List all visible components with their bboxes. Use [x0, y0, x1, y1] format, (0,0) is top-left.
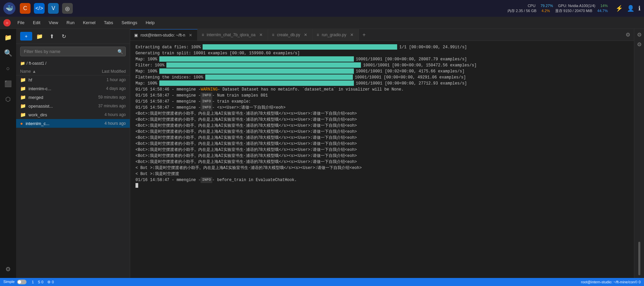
tab-bar: ▣ root@intern-studio: ~/ft-n ✕ ≡ internl…	[130, 29, 634, 41]
menu-settings[interactable]: Settings	[118, 19, 141, 26]
terminal-text: - before_train in EvaluateChatHook.	[212, 177, 297, 183]
status-left: Simple 1 S 0 ⚙ 0	[3, 280, 54, 284]
activity-files[interactable]: 📁	[2, 32, 14, 44]
right-panel: ⚙ ⚙	[634, 29, 644, 278]
col-name-header[interactable]: Name ▲	[20, 69, 82, 74]
user-icon[interactable]: 👤	[627, 5, 634, 12]
tab-add-button[interactable]: +	[359, 29, 370, 41]
menu-file[interactable]: File	[14, 19, 28, 26]
list-item[interactable]: ● internlm_c... 4 hours ago	[16, 119, 130, 128]
status-mode[interactable]: Simple	[3, 280, 28, 284]
list-item[interactable]: 📁 merged 59 minutes ago	[16, 93, 130, 102]
terminal-text: <Bot>:我是时空摆渡者的小助手。内在是上海AI实验室书生·浦语的7B大模型哦…	[136, 129, 357, 135]
warning-label: WARNING	[201, 87, 217, 93]
new-button[interactable]: +	[20, 32, 32, 41]
tab-terminal[interactable]: ▣ root@intern-studio: ~/ft-n ✕	[130, 29, 198, 41]
terminal-line: 01/16 14:58:47 - mmengine - INFO - <s><U…	[136, 105, 629, 111]
right-settings-icon[interactable]: ⚙	[637, 32, 642, 38]
status-server[interactable]: S 0	[38, 280, 44, 284]
terminal-line: Map: 100% 10001/10001 [00:00<00:00, 2771…	[136, 80, 629, 87]
tab-close-terminal[interactable]: ✕	[188, 33, 193, 38]
code-icon[interactable]: V	[48, 3, 59, 14]
tab-close-createdb[interactable]: ✕	[303, 32, 308, 38]
info-icon[interactable]: ℹ	[638, 5, 641, 12]
menu-view[interactable]: View	[45, 19, 61, 26]
tab-close-notebook1[interactable]: ✕	[258, 32, 264, 38]
menu-kernel[interactable]: Kernel	[79, 19, 99, 26]
search-input[interactable]	[20, 47, 126, 56]
terminal-text: <Bot>:我是时空摆渡者的小助手。内在是上海AI实验室书生·浦语的7B大模型哦…	[136, 117, 357, 123]
terminal-text: <Bot>:我是时空摆渡者的小助手。内在是上海AI实验室书生·浦语的7B大模型哦…	[136, 111, 357, 117]
compass-icon[interactable]: ◎	[62, 3, 73, 14]
col-modified-header[interactable]: Last Modified	[82, 69, 126, 74]
file-name: internlm-c...	[29, 86, 82, 91]
main-area: 📁 🔍 ○ ⬛ ⬡ ⚙ + 📁 ⬆ ↻ 🔍 📁 / ft-oasst1 /	[0, 29, 644, 278]
activity-settings-bottom[interactable]: ⚙	[2, 263, 14, 275]
terminal-text: < Bot >:我是时空摆渡者的小助手。内在是上海AI实验室书生·浦语的7B大模…	[136, 165, 362, 171]
terminal-cursor	[136, 183, 138, 188]
status-toggle[interactable]	[17, 280, 26, 284]
status-extension[interactable]: ⚙ 0	[47, 280, 54, 284]
list-item[interactable]: 📁 openassist... 37 minutes ago	[16, 102, 130, 110]
tab-notebook1[interactable]: ≡ internlm_chat_7b_qlora_oa ✕	[198, 29, 268, 41]
breadcrumb: 📁 / ft-oasst1 /	[16, 59, 130, 68]
list-item[interactable]: 📁 work_dirs 4 hours ago	[16, 110, 130, 119]
search-icon: 🔍	[117, 49, 123, 54]
terminal-text: 10001/10001 [00:02<00:00, 4175.66 exampl…	[356, 68, 465, 74]
file-modified: 1 hour ago	[82, 77, 126, 82]
terminal-text: 10001/10001 [00:00<00:00, 27712.93 examp…	[356, 80, 467, 87]
info-badge: INFO	[201, 93, 212, 99]
vram-label: 显存 9150 / 20470 MiB	[555, 8, 592, 13]
terminal-line: <Bot>:我是时空摆渡者的小助手。内在是上海AI实验室书生·浦语的7B大模型哦…	[136, 159, 629, 165]
activity-debug[interactable]: ⬛	[2, 78, 14, 90]
list-item[interactable]: 📁 internlm-c... 4 days ago	[16, 84, 130, 93]
activity-git[interactable]: ○	[2, 62, 14, 74]
menu-help[interactable]: Help	[142, 19, 158, 26]
terminal-text: Extracting data files: 100%	[136, 44, 201, 50]
file-name: internlm_c...	[25, 121, 82, 126]
status-line[interactable]: 1	[32, 280, 34, 284]
folder-icon: 📁	[20, 95, 26, 100]
terminal-text: <Bot>:我是时空摆渡者的小助手。内在是上海AI实验室书生·浦语的7B大模型哦…	[136, 147, 357, 153]
terminal-line: Flattening the indices: 100% 10001/10001…	[136, 74, 629, 80]
tab-createdb[interactable]: ≡ create_db.py ✕	[268, 29, 313, 41]
terminal-output[interactable]: Extracting data files: 100% 1/1 [00:00<0…	[130, 41, 634, 278]
file-modified: 4 hours ago	[82, 112, 126, 117]
activity-search[interactable]: 🔍	[2, 47, 14, 59]
tab-rungradio[interactable]: ≡ run_gradio.py ✕	[313, 29, 359, 41]
status-line-num: 1	[32, 280, 34, 284]
folder-icon: 📁	[20, 61, 25, 66]
menu-run[interactable]: Run	[63, 19, 78, 26]
menu-edit[interactable]: Edit	[30, 19, 44, 26]
file-modified: 37 minutes ago	[82, 104, 126, 108]
scrollbar-thumb[interactable]	[638, 242, 640, 275]
activity-extensions[interactable]: ⬡	[2, 93, 14, 105]
breadcrumb-path: / ft-oasst1 /	[26, 61, 46, 66]
terminal-text: 01/16 14:58:47 - mmengine -	[136, 177, 201, 183]
terminal-line: <Bot>:我是时空摆渡者的小助手。内在是上海AI实验室书生·浦语的7B大模型哦…	[136, 147, 629, 153]
tf-icon[interactable]: ⚡	[615, 5, 623, 12]
terminal-text: Map: 100%	[136, 80, 157, 87]
editor-settings-icon[interactable]: ⚙	[622, 29, 634, 41]
list-item[interactable]: 📁 hf 1 hour ago	[16, 75, 130, 84]
terminal-line: <Bot>:我是时空摆渡者的小助手。内在是上海AI实验室书生·浦语的7B大模型哦…	[136, 129, 629, 135]
new-folder-button[interactable]: 📁	[35, 32, 44, 41]
tab-label: root@intern-studio: ~/ft-n	[141, 33, 185, 38]
system-bar: 🐳 C </> V ◎ CPU 79.27% GPU: Nvidia A100(…	[0, 0, 644, 17]
terminal-text: - train example:	[212, 99, 251, 105]
app-logo: 🐳	[3, 2, 15, 14]
jupyter-icon[interactable]: C	[20, 3, 31, 14]
right-settings-icon-2[interactable]: ⚙	[637, 41, 642, 48]
upload-button[interactable]: ⬆	[47, 32, 56, 41]
file-modified: 4 hours ago	[82, 121, 126, 126]
system-bar-icons: ⚡ 👤 ℹ	[615, 5, 641, 12]
refresh-button[interactable]: ↻	[59, 32, 68, 41]
sidebar-toolbar: + 📁 ⬆ ↻	[16, 29, 130, 44]
info-badge: INFO	[201, 105, 212, 111]
terminal-text: 10001/10001 [00:00<00:00, 49291.06 examp…	[355, 74, 466, 80]
vscode-icon[interactable]: </>	[34, 3, 45, 14]
status-right: root@intern-studio: ~/ft-mine/con© 0	[581, 280, 641, 284]
menu-tabs[interactable]: Tabs	[101, 19, 116, 26]
vram-value: 44.7%	[597, 8, 608, 13]
tab-close-rungradio[interactable]: ✕	[349, 32, 355, 38]
